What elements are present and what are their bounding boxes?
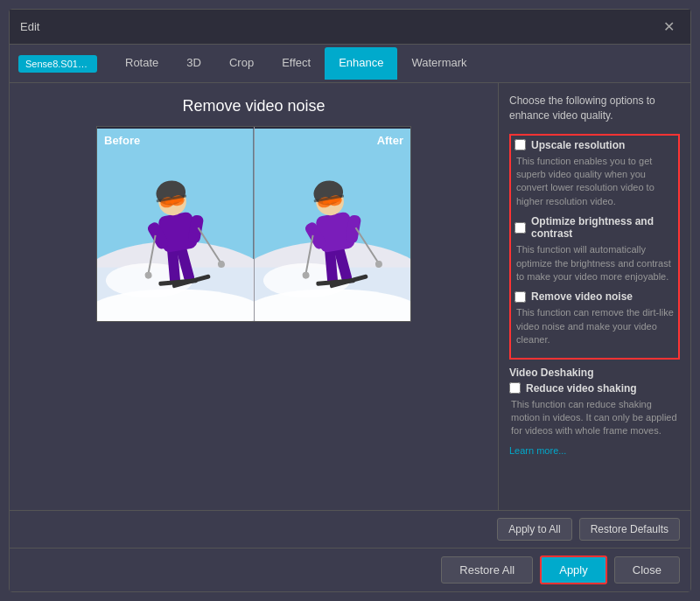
checkbox-upscale[interactable]: [514, 139, 526, 150]
enhance-description: Choose the following options to enhance …: [509, 94, 680, 123]
before-image: [97, 127, 254, 321]
after-label: After: [377, 134, 403, 147]
after-panel: After: [255, 127, 411, 321]
title-bar-left: Edit: [20, 20, 39, 33]
file-tab[interactable]: Sense8.S01E...: [18, 55, 97, 73]
tab-enhance[interactable]: Enhance: [325, 47, 397, 80]
before-panel: Before: [97, 127, 254, 321]
close-button[interactable]: Close: [614, 556, 680, 584]
option-noise-desc: This function can remove the dirt-like v…: [514, 306, 675, 346]
bottom-right-buttons: Apply to All Restore Defaults: [10, 510, 690, 548]
tab-crop[interactable]: Crop: [215, 47, 268, 80]
option-deshaking-header: Reduce video shaking: [509, 382, 680, 395]
before-after-container: Before: [96, 126, 411, 322]
title-bar: Edit ✕: [10, 10, 690, 45]
option-deshaking: Reduce video shaking This function can r…: [509, 382, 680, 438]
tabs-bar: Sense8.S01E... Rotate 3D Crop Effect Enh…: [10, 45, 690, 83]
edit-window: Edit ✕ Sense8.S01E... Rotate 3D Crop Eff…: [9, 9, 691, 592]
option-upscale-label: Upscale resolution: [531, 139, 625, 151]
option-deshaking-desc: This function can reduce shaking motion …: [509, 398, 680, 438]
tab-rotate[interactable]: Rotate: [111, 47, 172, 80]
tab-effect[interactable]: Effect: [268, 47, 325, 80]
right-panel: Choose the following options to enhance …: [498, 83, 690, 510]
checkbox-brightness[interactable]: [514, 222, 526, 234]
restore-defaults-button[interactable]: Restore Defaults: [579, 518, 680, 541]
learn-more-link[interactable]: Learn more...: [509, 445, 680, 456]
option-upscale-desc: This function enables you to get superb …: [514, 155, 675, 209]
option-noise: Remove video noise This function can rem…: [514, 290, 675, 346]
option-upscale: Upscale resolution This function enables…: [514, 139, 675, 209]
footer-bar: Restore All Apply Close: [10, 548, 690, 591]
preview-area: Remove video noise Before: [10, 83, 498, 510]
option-upscale-header: Upscale resolution: [514, 139, 675, 151]
option-brightness-desc: This function will automatically optimiz…: [514, 243, 675, 283]
content-area: Remove video noise Before: [10, 83, 690, 510]
before-label: Before: [104, 134, 140, 147]
checkbox-deshaking[interactable]: [509, 382, 521, 394]
window-title: Edit: [20, 20, 39, 33]
option-brightness-header: Optimize brightness and contrast: [514, 215, 675, 240]
window-close-button[interactable]: ✕: [658, 17, 680, 37]
tab-watermark[interactable]: Watermark: [397, 47, 480, 80]
option-brightness: Optimize brightness and contrast This fu…: [514, 215, 675, 283]
apply-button[interactable]: Apply: [540, 556, 607, 584]
tab-3d[interactable]: 3D: [172, 47, 215, 80]
checkbox-noise[interactable]: [514, 291, 526, 303]
after-image: [255, 127, 411, 321]
option-noise-header: Remove video noise: [514, 290, 675, 303]
section-deshaking-title: Video Deshaking: [509, 367, 680, 379]
preview-title: Remove video noise: [182, 97, 325, 115]
option-deshaking-label: Reduce video shaking: [526, 382, 637, 395]
option-brightness-label: Optimize brightness and contrast: [531, 215, 675, 240]
restore-all-button[interactable]: Restore All: [441, 556, 533, 584]
highlight-options-box: Upscale resolution This function enables…: [509, 134, 680, 360]
apply-to-all-button[interactable]: Apply to All: [497, 518, 571, 541]
option-noise-label: Remove video noise: [531, 290, 633, 303]
